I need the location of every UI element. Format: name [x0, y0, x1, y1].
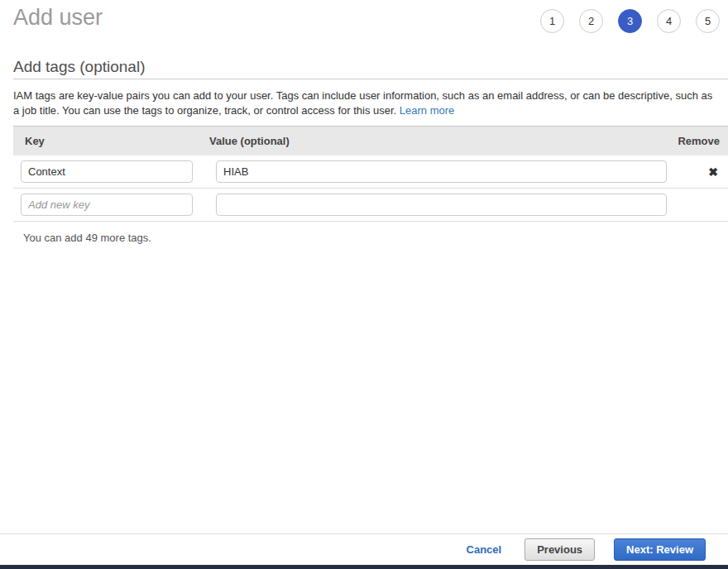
- main-content: Add tags (optional) IAM tags are key-val…: [13, 58, 728, 244]
- cancel-button[interactable]: Cancel: [467, 543, 502, 556]
- column-header-remove: Remove: [667, 135, 728, 147]
- column-header-key: Key: [13, 135, 209, 147]
- wizard-steps: 1 2 3 4 5: [540, 9, 720, 33]
- section-description: IAM tags are key-value pairs you can add…: [13, 88, 720, 118]
- footer-bar: Cancel Previous Next: Review: [0, 533, 728, 565]
- tags-table-header: Key Value (optional) Remove: [13, 126, 728, 155]
- wizard-step-3-active[interactable]: 3: [618, 9, 642, 33]
- wizard-step-4[interactable]: 4: [657, 9, 681, 33]
- tag-row-2: [13, 189, 728, 222]
- wizard-step-2[interactable]: 2: [579, 9, 603, 33]
- previous-button[interactable]: Previous: [524, 538, 595, 561]
- remove-tag-icon[interactable]: ✖: [708, 166, 718, 178]
- tags-table: Key Value (optional) Remove ✖: [13, 126, 728, 222]
- column-header-value: Value (optional): [209, 135, 667, 147]
- tag-key-input-2[interactable]: [21, 194, 193, 216]
- console-footer-strip: [0, 565, 728, 569]
- tag-value-input-2[interactable]: [216, 194, 667, 216]
- section-heading: Add tags (optional): [13, 58, 728, 79]
- tags-remaining-note: You can add 49 more tags.: [13, 222, 728, 244]
- tag-remove-cell-1: ✖: [667, 165, 728, 179]
- tag-row-1: ✖: [13, 155, 728, 189]
- wizard-step-5[interactable]: 5: [696, 9, 720, 33]
- learn-more-link[interactable]: Learn more: [400, 104, 454, 117]
- next-review-button[interactable]: Next: Review: [614, 538, 706, 561]
- tag-value-input-1[interactable]: [216, 160, 667, 183]
- description-text: IAM tags are key-value pairs you can add…: [13, 89, 712, 117]
- wizard-step-1[interactable]: 1: [540, 9, 564, 33]
- page-header: Add user 1 2 3 4 5: [0, 0, 728, 46]
- tag-key-input-1[interactable]: [21, 160, 193, 183]
